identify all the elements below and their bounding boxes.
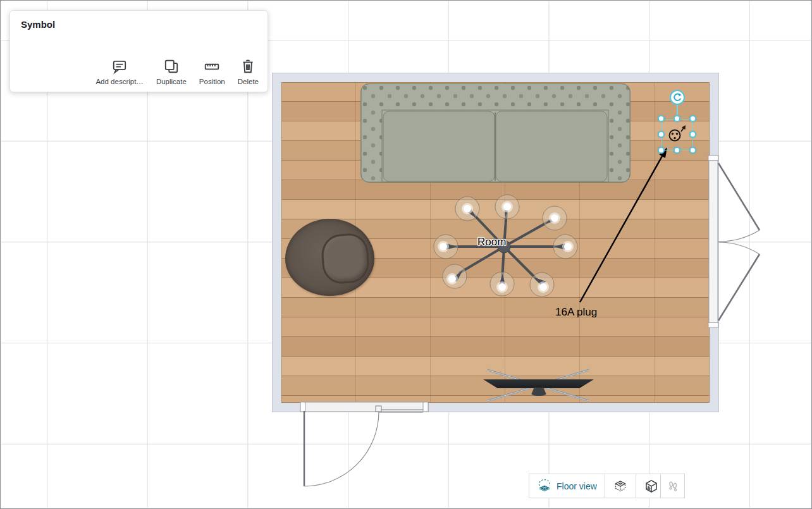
entry-door-bottom[interactable] xyxy=(300,402,428,486)
add-description-icon xyxy=(111,58,128,75)
armchair-cushion xyxy=(320,233,370,285)
selection-box[interactable] xyxy=(661,119,693,150)
selection-handle-sw[interactable] xyxy=(658,147,665,154)
plug-annotation-label[interactable]: 16A plug xyxy=(555,306,597,319)
tv-screen xyxy=(483,379,594,388)
french-door-right[interactable] xyxy=(708,156,760,328)
3d-view-icon xyxy=(644,479,659,494)
position-button[interactable]: Position xyxy=(199,58,225,85)
floor-view-icon xyxy=(537,479,552,494)
footprints-icon xyxy=(666,479,680,493)
tv[interactable] xyxy=(483,367,594,403)
delete-icon xyxy=(240,58,256,75)
selection-handle-e[interactable] xyxy=(689,131,696,138)
selection-handle-se[interactable] xyxy=(689,147,696,154)
delete-label: Delete xyxy=(238,78,259,85)
position-label: Position xyxy=(199,78,225,85)
armchair[interactable] xyxy=(285,219,374,296)
position-icon xyxy=(204,58,220,75)
sofa-graphic xyxy=(360,83,631,183)
duplicate-icon xyxy=(163,58,180,75)
floor-view-label: Floor view xyxy=(557,481,597,491)
duplicate-label: Duplicate xyxy=(156,78,187,85)
tv-stand xyxy=(531,388,547,396)
sofa[interactable] xyxy=(360,83,631,183)
rotate-icon xyxy=(672,92,682,102)
floor-planner-app: Room 16A plug Symbol Add descript… Dupli… xyxy=(0,0,812,509)
add-description-label: Add descript… xyxy=(95,78,143,85)
delete-button[interactable]: Delete xyxy=(238,58,259,85)
walkthrough-button[interactable] xyxy=(660,474,685,498)
selection-handle-nw[interactable] xyxy=(658,115,665,122)
duplicate-button[interactable]: Duplicate xyxy=(156,58,187,85)
view-mode-toolbar: Floor view xyxy=(529,474,667,498)
room-name-label[interactable]: Room xyxy=(477,236,506,248)
symbol-panel-title: Symbol xyxy=(21,19,55,30)
add-description-button[interactable]: Add descript… xyxy=(95,58,143,85)
floor-view-button[interactable]: Floor view xyxy=(529,474,605,498)
symbol-panel-actions: Add descript… Duplicate Position xyxy=(95,58,259,85)
symbol-panel: Symbol Add descript… Duplicate xyxy=(9,10,268,92)
orthographic-view-button[interactable] xyxy=(605,474,636,498)
rotate-handle[interactable] xyxy=(670,90,685,105)
selection-handle-n[interactable] xyxy=(674,115,680,122)
orthographic-view-icon xyxy=(613,479,628,494)
selection-handle-s[interactable] xyxy=(674,147,680,154)
selection-handle-w[interactable] xyxy=(658,131,665,138)
selection-handle-ne[interactable] xyxy=(689,115,696,122)
